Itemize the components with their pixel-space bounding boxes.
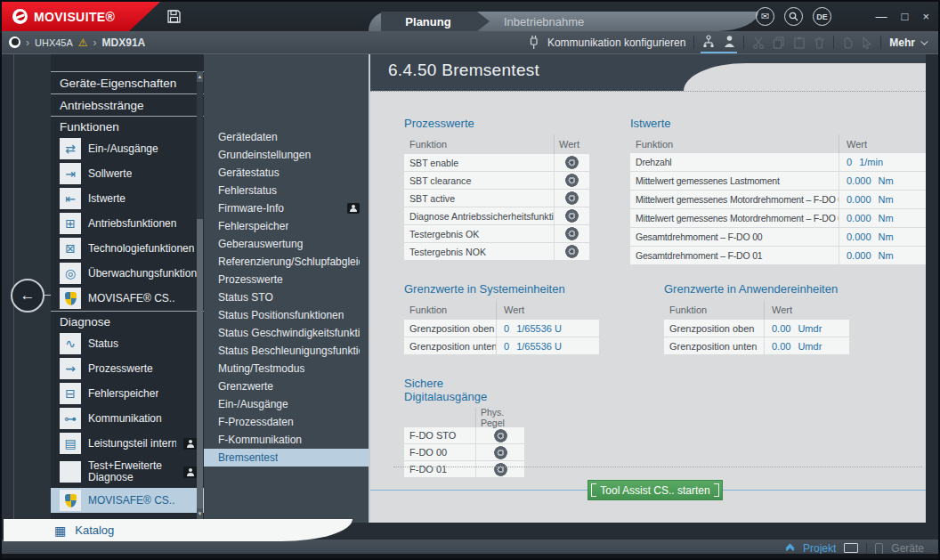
subnav-item[interactable]: Status Geschwindigkeitsfunkti...	[204, 324, 369, 342]
subnav-item[interactable]: Grenzwerte	[204, 377, 369, 395]
subnav-item[interactable]: Fehlerstatus	[204, 182, 369, 199]
app-name: MOVISUITE®	[34, 10, 115, 24]
sidebar-item-icon	[60, 383, 81, 404]
delete-icon[interactable]	[814, 37, 825, 49]
sidebar-item-label: MOVISAFE® CS..	[88, 292, 175, 304]
subnav-item[interactable]: Referenzierung/Schlupfabgleich	[204, 253, 369, 271]
scroll-down-arrow[interactable]: ▼	[197, 508, 203, 519]
row-label: Gesamtdrehmoment – F-DO 00	[630, 231, 839, 242]
subnav-item[interactable]: F-Prozessdaten	[204, 413, 369, 431]
subnav-item[interactable]: Gerätestatus	[204, 164, 369, 182]
sidebar-item[interactable]: MOVISAFE® CS..	[51, 488, 204, 513]
subnav-item[interactable]: Muting/Testmodus	[204, 360, 369, 377]
subnav-item-label: Grenzwerte	[218, 380, 273, 393]
scroll-up-arrow[interactable]: ▲	[197, 71, 203, 82]
collapse-sidebar-button[interactable]: ←	[11, 279, 45, 312]
subnav-item-label: Referenzierung/Schlupfabgleich	[218, 256, 360, 268]
table-row: F-DO 01	[404, 461, 524, 478]
row-value: 0	[504, 341, 509, 352]
row-value: 0	[504, 323, 509, 334]
subnav-item[interactable]: Fehlerspeicher	[204, 217, 369, 235]
minimize-button[interactable]: —	[876, 10, 887, 23]
double-chevron-up-icon[interactable]	[787, 545, 793, 553]
tab-planung[interactable]: Planung	[381, 12, 490, 31]
geraete-view-button[interactable]: Geräte	[891, 542, 924, 555]
language-badge[interactable]: DE	[813, 7, 831, 26]
katalog-tab[interactable]: ▦ Katalog	[4, 519, 352, 541]
feedback-mail-icon[interactable]: ✉	[756, 7, 774, 26]
row-label: Testergebnis OK	[404, 229, 554, 239]
subnav-item[interactable]: Grundeinstellungen	[204, 146, 369, 164]
row-unit: 1/65536 U	[516, 323, 562, 334]
cut-icon[interactable]	[752, 37, 765, 49]
table-row: Diagnose Antriebssicherheitsfunktion	[404, 207, 589, 225]
user-level-badge-icon	[347, 203, 360, 214]
tab-inbetriebnahme[interactable]: Inbetriebnahme	[495, 12, 593, 31]
sidebar-item[interactable]: Überwachungsfunktionen	[51, 261, 204, 286]
divider	[370, 91, 929, 92]
sidebar-item[interactable]: Ein-/Ausgänge	[51, 136, 204, 161]
breadcrumb: › UHX45A ⚠ › MDX91A	[2, 37, 145, 49]
breadcrumb-device-1[interactable]: UHX45A	[35, 37, 73, 48]
breadcrumb-device-2[interactable]: MDX91A	[102, 37, 146, 49]
copy-icon[interactable]	[773, 37, 785, 49]
topology-icon[interactable]	[702, 35, 715, 48]
scrollbar-thumb[interactable]	[197, 219, 203, 513]
subnav-item[interactable]: Bremsentest	[204, 449, 369, 467]
table-row: Gesamtdrehmoment – F-DO 01 0.000 Nm	[630, 247, 931, 265]
save-icon[interactable]	[166, 9, 182, 24]
title-bar: MOVISUITE® Planung Inbetriebnahme ✉ DE —…	[2, 2, 938, 31]
sidebar-item[interactable]: Status	[51, 331, 204, 356]
sidebar-item[interactable]: Funktionen	[51, 116, 204, 136]
sidebar-item[interactable]: Sollwerte	[51, 161, 204, 186]
sidebar-item[interactable]: Prozesswerte	[51, 356, 204, 381]
maximize-button[interactable]: □	[902, 10, 909, 23]
subnav-item[interactable]: Ein-/Ausgänge	[204, 395, 369, 413]
row-value: 0.000	[847, 213, 871, 223]
subnav-item-label: Muting/Testmodus	[218, 362, 304, 375]
sidebar-item[interactable]: Antriebsfunktionen	[51, 211, 204, 236]
subnav-item[interactable]: Status Positionsfunktionen	[204, 306, 369, 324]
plug-icon[interactable]	[528, 36, 539, 49]
divider	[693, 36, 694, 49]
sidebar-item[interactable]: Geräte-Eigenschaften	[51, 71, 204, 93]
sidebar-item-label: Sollwerte	[88, 167, 132, 180]
sidebar-item[interactable]: Istwerte	[51, 186, 204, 211]
close-button[interactable]: ×	[922, 10, 929, 23]
sidebar-item-icon	[60, 288, 81, 309]
subnav-item[interactable]: Status Beschleunigungsfunktio...	[204, 342, 369, 360]
sidebar-item[interactable]: Test+Erweiterte Diagnose	[51, 456, 204, 488]
configure-communication-button[interactable]: Kommunikation konfigurieren	[547, 37, 685, 49]
sidebar-item[interactable]: MOVISAFE® CS..	[51, 286, 204, 311]
paste-icon[interactable]	[793, 37, 806, 49]
projekt-view-button[interactable]: Projekt	[803, 542, 836, 555]
select-cursor-icon[interactable]	[862, 37, 872, 49]
subnav-item-label: F-Kommunikation	[218, 434, 302, 446]
subnav-item[interactable]: F-Kommunikation	[204, 431, 369, 449]
sidebar-item[interactable]: Antriebsstränge	[51, 93, 204, 116]
sidebar-item[interactable]: Diagnose	[51, 311, 204, 331]
sidebar-item[interactable]: Fehlerspeicher	[51, 381, 204, 406]
status-led-icon	[494, 429, 507, 442]
sidebar-item[interactable]: Kommunikation	[51, 406, 204, 431]
user-view-icon[interactable]	[724, 35, 735, 48]
subnav-item[interactable]: Prozesswerte	[204, 271, 369, 288]
tool-assist-start-button[interactable]: Tool Assist CS.. starten	[588, 480, 723, 500]
search-icon[interactable]	[784, 7, 803, 26]
pan-hand-icon[interactable]	[842, 37, 854, 49]
subnav-item[interactable]: Status STO	[204, 288, 369, 306]
subnav-item[interactable]: Firmware-Info	[204, 199, 369, 217]
window-bottom-edge	[2, 554, 938, 558]
row-unit: Umdr	[798, 341, 822, 352]
project-root-icon[interactable]	[9, 37, 20, 48]
table-row: Grenzposition oben 0 1/65536 U	[404, 320, 599, 337]
sidebar-item-icon	[60, 490, 81, 511]
subnav-item[interactable]: Gerätedaten	[204, 128, 369, 146]
row-label: Diagnose Antriebssicherheitsfunktion	[404, 211, 554, 222]
sidebar-item[interactable]: Technologiefunktionen	[51, 236, 204, 261]
sidebar-item[interactable]: Leistungsteil intern	[51, 431, 204, 456]
more-button[interactable]: Mehr	[889, 37, 926, 49]
subnav-item[interactable]: Geberauswertung	[204, 235, 369, 253]
subnav-item-label: Ein-/Ausgänge	[218, 398, 288, 410]
breadcrumb-bar: › UHX45A ⚠ › MDX91A Kommunikation konfig…	[2, 31, 938, 54]
